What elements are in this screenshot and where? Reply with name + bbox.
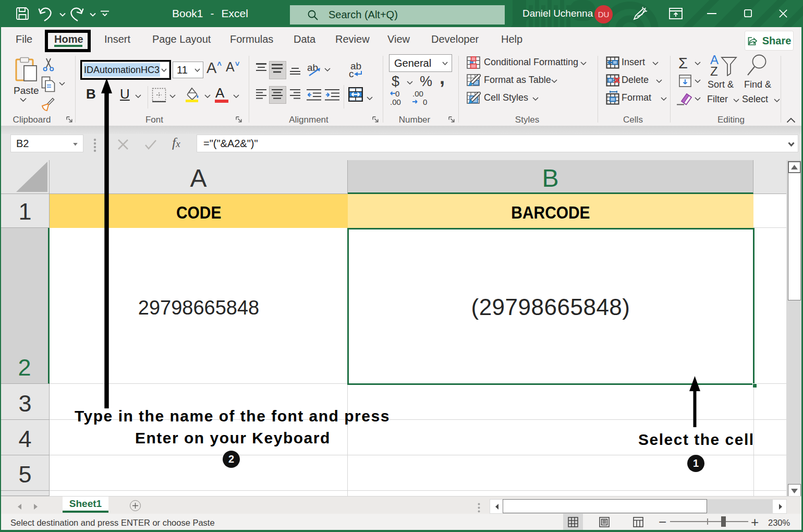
svg-text:ab: ab bbox=[307, 63, 318, 73]
svg-text:.00: .00 bbox=[412, 90, 423, 98]
svg-text:c: c bbox=[349, 68, 354, 79]
svg-text:0: 0 bbox=[423, 98, 427, 106]
svg-text:.00: .00 bbox=[390, 98, 401, 106]
svg-text:0: 0 bbox=[395, 90, 399, 98]
